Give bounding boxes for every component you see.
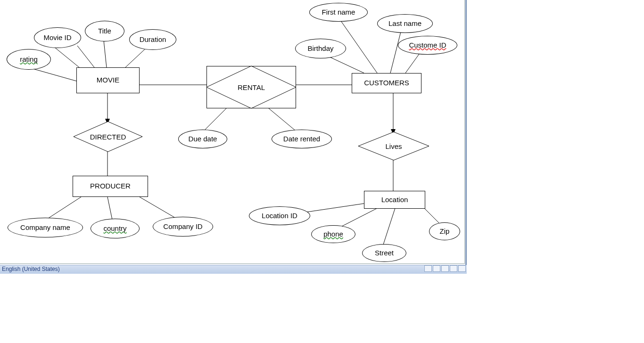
word-status-bar: English (United States) [0,265,467,274]
word-document-canvas: MOVIE Movie ID Title Duration rating REN… [0,0,644,343]
view-buttons [424,265,466,272]
view-web-layout-icon[interactable] [441,265,449,272]
page-inner-border [0,0,465,264]
view-outline-icon[interactable] [450,265,457,272]
page-right-edge [465,0,467,265]
view-draft-icon[interactable] [458,265,466,272]
document-page: MOVIE Movie ID Title Duration rating REN… [0,0,467,264]
view-print-layout-icon[interactable] [424,265,432,272]
status-language[interactable]: English (United States) [2,266,60,272]
view-full-screen-icon[interactable] [433,265,440,272]
